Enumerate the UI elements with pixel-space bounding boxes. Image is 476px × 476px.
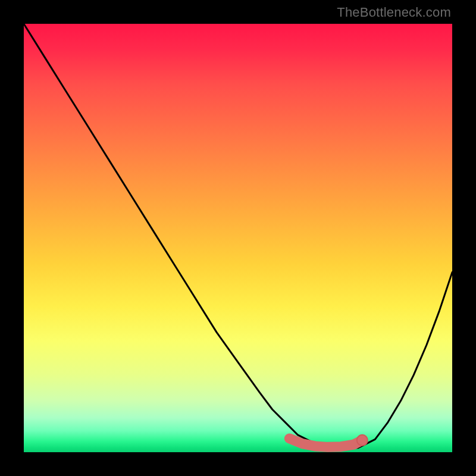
chart-frame: TheBottleneck.com [0, 0, 476, 476]
watermark-text: TheBottleneck.com [337, 5, 451, 20]
bottleneck-curve [24, 24, 452, 448]
optimal-end-dot [357, 435, 368, 446]
chart-svg [24, 24, 452, 452]
plot-area [24, 24, 452, 452]
optimal-flat-region [289, 439, 362, 447]
